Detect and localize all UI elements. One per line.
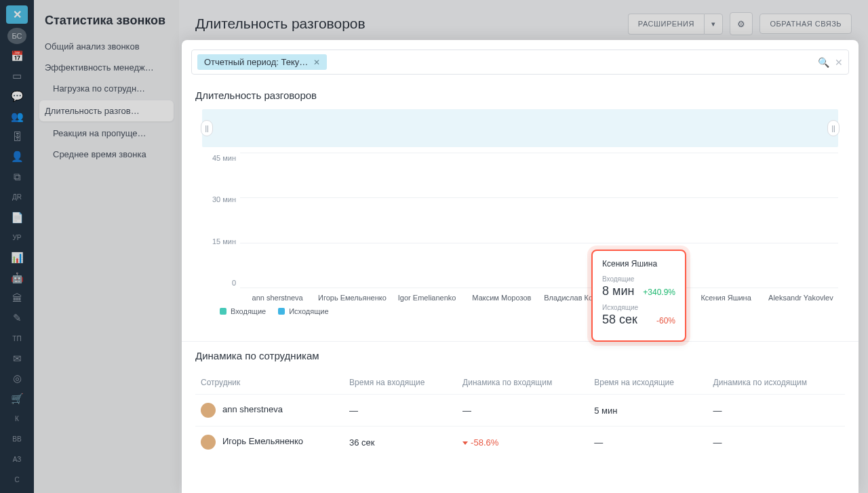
sidebar-item[interactable]: Реакция на пропуще… — [34, 123, 179, 144]
tooltip-in-pct: +340.9% — [643, 288, 675, 297]
y-tick: 30 мин — [212, 195, 236, 203]
page-title: Длительность разговоров — [195, 16, 366, 32]
table-header: Время на входящие — [344, 371, 457, 395]
close-button[interactable]: ✕ — [6, 5, 28, 24]
range-handle-right[interactable]: || — [827, 120, 840, 136]
clear-filter-icon[interactable]: ✕ — [835, 57, 843, 68]
rail-ur[interactable]: УР — [7, 229, 26, 245]
contacts-icon[interactable]: 👤 — [7, 149, 26, 165]
sidebar-active-pill: Длительность разгов… — [45, 106, 140, 116]
report-panel: Отчетный период: Теку… ✕ 🔍 ✕ Длительност… — [182, 40, 859, 493]
rail-vv[interactable]: ВВ — [7, 431, 26, 448]
tooltip-in-value: 8 мин — [602, 284, 634, 298]
sidebar-item[interactable]: Длительность разгов… — [39, 100, 174, 121]
chart-title: Длительность разговоров — [195, 90, 845, 101]
sidebar-item[interactable]: Эффективность менедж… — [34, 57, 179, 78]
mail-icon[interactable]: ✉ — [7, 351, 26, 367]
table-row[interactable]: ann sherstneva——5 мин— — [195, 395, 845, 427]
extensions-button[interactable]: РАСШИРЕНИЯ — [628, 14, 704, 35]
table-header: Динамика по исходящим — [708, 371, 845, 395]
y-tick: 45 мин — [212, 154, 236, 162]
dynamics-table-section: Динамика по сотрудникам СотрудникВремя н… — [182, 341, 859, 458]
tooltip-out-pct: -60% — [656, 316, 675, 326]
bank-icon[interactable]: 🏛 — [7, 290, 26, 307]
sidebar: Статистика звонков Общий анализ звонковЭ… — [34, 0, 179, 493]
y-tick: 0 — [232, 279, 236, 287]
y-axis: 45 мин30 мин15 мин0 — [202, 153, 240, 288]
card-icon[interactable]: ▭ — [7, 68, 26, 85]
android-icon[interactable]: 🤖 — [7, 270, 26, 286]
x-label: Максим Морозов — [465, 294, 539, 302]
filter-chip: Отчетный период: Теку… ✕ — [197, 54, 327, 70]
extensions-dropdown[interactable]: ▾ — [704, 14, 724, 35]
x-label: Игорь Емельяненко — [315, 294, 389, 302]
extensions-split: РАСШИРЕНИЯ ▾ — [628, 14, 724, 35]
chip-remove-icon[interactable]: ✕ — [313, 58, 320, 67]
chart-tooltip: Ксения Яшина Входящие 8 мин +340.9% Исхо… — [591, 250, 686, 342]
table-title: Динамика по сотрудникам — [195, 350, 845, 361]
rail-k[interactable]: К — [7, 411, 26, 427]
tooltip-out-value: 58 сек — [602, 313, 637, 327]
target-icon[interactable]: ◎ — [7, 371, 26, 387]
user-avatar-rail[interactable]: БС — [7, 28, 26, 44]
x-label: Ксения Яшина — [689, 294, 764, 302]
legend: ВходящиеИсходящие — [220, 307, 838, 315]
rail-tp[interactable]: ТП — [7, 330, 26, 347]
table-header: Время на исходящие — [589, 371, 707, 395]
tooltip-name: Ксения Яшина — [602, 259, 675, 269]
legend-item: Исходящие — [278, 307, 328, 315]
x-label: Aleksandr Yakovlev — [764, 294, 838, 302]
feedback-button[interactable]: ОБРАТНАЯ СВЯЗЬ — [760, 14, 852, 34]
x-label: Igor Emelianenko — [390, 294, 465, 302]
table-header: Сотрудник — [195, 371, 344, 395]
settings-button[interactable]: ⚙ — [730, 12, 753, 35]
x-label: ann sherstneva — [240, 294, 315, 302]
cart-icon[interactable]: 🛒 — [7, 391, 26, 407]
chat-icon[interactable]: 💬 — [7, 88, 26, 104]
stats-icon[interactable]: 📊 — [7, 250, 26, 266]
range-handle-left[interactable]: || — [201, 120, 213, 136]
tooltip-in-label: Входящие — [602, 275, 675, 283]
avatar — [201, 435, 216, 450]
doc-icon[interactable]: 📄 — [7, 210, 26, 226]
topbar: Длительность разговоров РАСШИРЕНИЯ ▾ ⚙ О… — [179, 0, 868, 43]
calendar-icon[interactable]: 📅 — [7, 48, 26, 64]
tooltip-out-label: Исходящие — [602, 304, 675, 311]
sidebar-item[interactable]: Нагрузка по сотрудн… — [34, 78, 179, 99]
rail-c[interactable]: С — [7, 471, 26, 488]
x-axis: ann sherstnevaИгорь ЕмельяненкоIgor Emel… — [240, 294, 838, 302]
filter-chip-label: Отчетный период: Теку… — [204, 57, 308, 67]
rail-az[interactable]: АЗ — [7, 452, 26, 468]
rail-dr[interactable]: ДR — [7, 189, 26, 205]
users-icon[interactable]: 👥 — [7, 109, 26, 125]
y-tick: 15 мин — [212, 237, 236, 245]
main-chart: 45 мин30 мин15 мин0 — [202, 153, 838, 288]
overview-chart[interactable]: || || — [202, 109, 838, 147]
edit-icon[interactable]: ✎ — [7, 310, 26, 326]
sidebar-item[interactable]: Общий анализ звонков — [34, 36, 179, 57]
flow-icon[interactable]: ⧉ — [7, 169, 26, 185]
table-header: Динамика по входящим — [457, 371, 589, 395]
table-row[interactable]: Игорь Емельяненко36 сек-58.6%—— — [195, 427, 845, 458]
dynamics-table: СотрудникВремя на входящиеДинамика по вх… — [195, 371, 845, 458]
search-icon[interactable]: 🔍 — [818, 57, 829, 68]
icon-rail: ✕ БС 📅 ▭ 💬 👥 🗄 👤 ⧉ ДR 📄 УР 📊 🤖 🏛 ✎ ТП ✉ … — [0, 0, 34, 493]
legend-item: Входящие — [220, 307, 266, 315]
filter-input[interactable]: Отчетный период: Теку… ✕ 🔍 ✕ — [191, 50, 849, 75]
archive-icon[interactable]: 🗄 — [7, 129, 26, 145]
sidebar-item[interactable]: Среднее время звонка — [34, 144, 179, 165]
avatar — [201, 403, 216, 418]
sidebar-title: Статистика звонков — [34, 14, 179, 36]
